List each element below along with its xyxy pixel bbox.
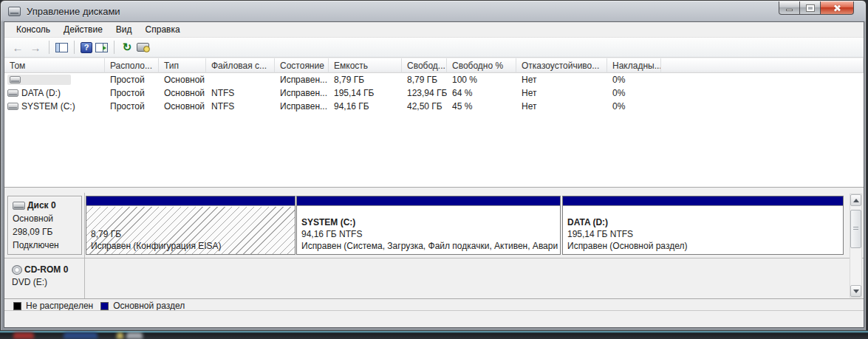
client-area: Консоль Действие Вид Справка ← → ? ↻ (4, 21, 864, 328)
volume-type: Основной (159, 101, 206, 112)
volume-free-pct: 45 % (447, 101, 516, 112)
menu-bar: Консоль Действие Вид Справка (4, 22, 864, 38)
volume-row-data[interactable]: DATA (D:) Простой Основной NTFS Исправен… (4, 86, 864, 100)
volume-capacity: 94,16 ГБ (329, 101, 402, 112)
disk0-size: 298,09 ГБ (13, 225, 81, 239)
volume-icon (7, 89, 18, 97)
partition-label: DATA (D:) (567, 216, 843, 228)
header-filler (661, 58, 864, 73)
refresh-icon[interactable]: ↻ (120, 41, 134, 54)
scroll-down-button[interactable] (850, 285, 861, 297)
minimize-icon (786, 9, 793, 11)
partition-status: Исправен (Основной раздел) (567, 240, 843, 252)
scrollbar-thumb[interactable] (850, 210, 861, 248)
volume-free-pct: 100 % (447, 75, 516, 85)
cdrom-info-box[interactable]: CD-ROM 0 DVD (E:) (7, 261, 82, 298)
menu-view[interactable]: Вид (109, 23, 139, 36)
partition-system-c[interactable]: SYSTEM (C:) 94,16 ГБ NTFS Исправен (Сист… (296, 196, 561, 255)
cd-rom-icon (12, 265, 22, 275)
taskbar-icon-blue[interactable] (64, 332, 98, 339)
close-icon (833, 4, 841, 13)
minimize-button[interactable] (779, 1, 800, 15)
volume-row-eisa[interactable]: Простой Основной Исправен... 8,79 ГБ 8,7… (4, 73, 864, 86)
partition-color-bar (563, 196, 843, 206)
header-overhead[interactable]: Накладны... (607, 58, 661, 73)
console-tree-icon[interactable] (55, 43, 68, 52)
vertical-scrollbar[interactable] (850, 194, 862, 298)
partition-size: 195,14 ГБ NTFS (567, 228, 843, 240)
disk-graph-panel: Диск 0 Основной 298,09 ГБ Подключен 8,79… (4, 191, 864, 310)
taskbar-icon-yellow[interactable] (117, 332, 123, 339)
partition-size: 8,79 ГБ (91, 228, 295, 240)
volume-layout: Простой (105, 101, 159, 112)
volume-status: Исправен... (275, 75, 329, 85)
maximize-button[interactable] (800, 1, 821, 15)
close-button[interactable] (821, 1, 854, 15)
help-icon[interactable]: ? (81, 42, 92, 53)
volume-overhead: 0% (607, 75, 661, 85)
partition-status: Исправен (Конфигурация EISA) (91, 240, 295, 252)
disk-row-separator (4, 258, 864, 258)
disk-management-icon[interactable] (137, 43, 149, 52)
volume-free-pct: 64 % (447, 88, 516, 98)
title-bar[interactable]: Управление дисками (1, 1, 866, 21)
header-filesystem[interactable]: Файловая с... (206, 58, 275, 73)
taskbar-icon-red[interactable] (13, 332, 34, 339)
toolbar-separator (49, 41, 49, 54)
partition-eisa[interactable]: 8,79 ГБ Исправен (Конфигурация EISA) (86, 196, 295, 255)
header-free[interactable]: Свобод... (402, 58, 447, 73)
partition-color-bar (86, 196, 295, 206)
arrow-down-icon (853, 290, 859, 293)
action-pane-icon[interactable] (95, 43, 108, 52)
volume-layout: Простой (105, 75, 159, 85)
menu-console[interactable]: Консоль (10, 23, 57, 36)
legend-swatch-primary (100, 302, 109, 310)
partition-size: 94,16 ГБ NTFS (301, 228, 560, 240)
header-type[interactable]: Тип (159, 58, 206, 73)
partition-data-d[interactable]: DATA (D:) 195,14 ГБ NTFS Исправен (Основ… (562, 196, 844, 255)
volume-status: Исправен... (275, 88, 329, 98)
volume-filesystem: NTFS (206, 88, 275, 98)
header-fault-tolerance[interactable]: Отказоустойчиво... (516, 58, 607, 73)
volume-type: Основной (159, 75, 206, 85)
legend-swatch-unallocated (13, 302, 21, 310)
header-free-pct[interactable]: Свободно % (447, 58, 516, 73)
header-volume[interactable]: Том (4, 58, 105, 73)
partition-label: SYSTEM (C:) (301, 216, 560, 228)
volume-icon (10, 76, 21, 83)
header-layout[interactable]: Располо... (105, 58, 159, 73)
volume-list: Том Располо... Тип Файловая с... Состоян… (4, 58, 864, 188)
partition-color-bar (297, 196, 560, 206)
taskbar-icon-white[interactable] (126, 332, 143, 339)
panel-divider (84, 193, 85, 298)
volume-fault-tolerance: Нет (516, 101, 607, 112)
disk0-type: Основной (13, 212, 81, 225)
legend-unallocated: Не распределен (13, 301, 93, 311)
disk0-status: Подключен (13, 239, 81, 252)
volume-fault-tolerance: Нет (516, 75, 607, 85)
volume-free: 42,50 ГБ (402, 101, 447, 112)
screen: Управление дисками Консоль Действие Вид … (0, 0, 868, 339)
partition-status: Исправен (Система, Загрузка, Файл подкач… (301, 240, 560, 252)
menu-help[interactable]: Справка (139, 23, 187, 36)
volume-icon (7, 103, 18, 110)
menu-action[interactable]: Действие (57, 23, 109, 36)
volume-status: Исправен... (275, 101, 329, 112)
legend-primary-partition: Основной раздел (100, 301, 185, 311)
volume-layout: Простой (105, 88, 159, 98)
header-status[interactable]: Состояние (275, 58, 329, 73)
forward-button[interactable]: → (28, 41, 43, 54)
back-button[interactable]: ← (10, 41, 25, 54)
window-title: Управление дисками (27, 6, 120, 17)
volume-overhead: 0% (607, 88, 661, 98)
disk0-info-box[interactable]: Диск 0 Основной 298,09 ГБ Подключен (7, 196, 82, 255)
toolbar: ← → ? ↻ (4, 38, 864, 58)
header-capacity[interactable]: Емкость (329, 58, 402, 73)
volume-capacity: 195,14 ГБ (329, 88, 402, 98)
cdrom-drive-letter: DVD (E:) (12, 276, 82, 289)
volume-fault-tolerance: Нет (516, 88, 607, 98)
toolbar-separator (74, 41, 75, 54)
window-icon (8, 7, 21, 16)
volume-row-system[interactable]: SYSTEM (C:) Простой Основной NTFS Исправ… (4, 100, 864, 113)
scroll-up-button[interactable] (850, 194, 861, 206)
